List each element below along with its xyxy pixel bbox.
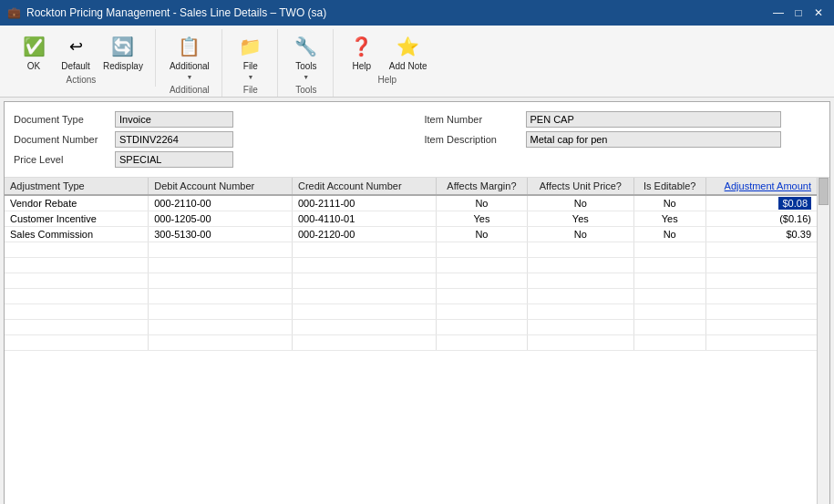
col-header-editable: Is Editable?: [633, 178, 705, 195]
credit-cell: 000-2111-00: [292, 195, 436, 211]
add-note-icon: ⭐: [394, 32, 423, 61]
col-header-adj-type: Adjustment Type: [5, 178, 149, 195]
adj-type-cell: Customer Incentive: [5, 211, 149, 227]
ribbon-group-help: ❓ Help ⭐ Add Note Help: [335, 29, 439, 87]
title-bar-title: Rockton Pricing Management - Sales Line …: [26, 6, 326, 19]
additional-button[interactable]: 📋 Additional▼: [165, 29, 214, 84]
table-row: Vendor Rebate 000-2110-00 000-2111-00 No…: [5, 195, 817, 211]
doc-type-label: Document Type: [14, 114, 109, 125]
affects-margin-cell: Yes: [436, 211, 528, 227]
additional-icon: 📋: [175, 32, 204, 61]
editable-cell: No: [633, 195, 705, 211]
adjustments-table-container: Adjustment Type Debit Account Number Cre…: [5, 178, 829, 504]
adj-type-cell: Sales Commission: [5, 227, 149, 242]
main-content: Document Type Invoice Document Number ST…: [4, 101, 830, 504]
form-section: Document Type Invoice Document Number ST…: [5, 102, 829, 178]
amount-cell: $0.08: [705, 195, 817, 211]
debit-cell: 000-1205-00: [149, 211, 293, 227]
table-row: Customer Incentive 000-1205-00 000-4110-…: [5, 211, 817, 227]
ribbon: ✅ OK ↩ Default 🔄 Redisplay Actions 📋 A: [0, 26, 834, 98]
redisplay-icon: 🔄: [108, 32, 138, 61]
redisplay-button[interactable]: 🔄 Redisplay: [98, 29, 148, 74]
col-header-adj-amount: Adjustment Amount: [705, 178, 817, 195]
table-row-empty: [5, 258, 817, 273]
ribbon-group-file: 📁 File▼ File: [224, 29, 278, 97]
tools-group-label: Tools: [295, 85, 316, 95]
scrollbar-thumb[interactable]: [819, 178, 829, 205]
affects-margin-cell: No: [436, 227, 528, 242]
ribbon-group-actions: ✅ OK ↩ Default 🔄 Redisplay Actions: [7, 29, 156, 87]
doc-number-label: Document Number: [14, 134, 109, 145]
doc-number-value[interactable]: STDINV2264: [115, 131, 233, 148]
table-row: Sales Commission 300-5130-00 000-2120-00…: [5, 227, 817, 242]
affects-unit-cell: No: [528, 195, 633, 211]
help-group-label: Help: [377, 75, 396, 85]
debit-cell: 000-2110-00: [149, 195, 293, 211]
item-number-row: Item Number PEN CAP: [425, 109, 821, 129]
adjustments-table: Adjustment Type Debit Account Number Cre…: [5, 178, 817, 351]
item-desc-row: Item Description Metal cap for pen: [425, 129, 821, 149]
doc-type-value[interactable]: Invoice: [115, 111, 233, 128]
editable-cell: Yes: [633, 211, 705, 227]
ribbon-group-additional: 📋 Additional▼ Additional: [158, 29, 222, 97]
item-number-value[interactable]: PEN CAP: [526, 111, 781, 128]
price-level-row: Price Level SPECIAL: [14, 149, 410, 170]
help-button[interactable]: ❓ Help: [343, 29, 381, 74]
debit-cell: 300-5130-00: [149, 227, 293, 242]
price-level-label: Price Level: [14, 154, 109, 165]
scrollbar-track[interactable]: [817, 178, 829, 504]
title-bar-icon: 💼: [7, 6, 21, 19]
additional-group-label: Additional: [170, 85, 210, 95]
ok-icon: ✅: [19, 32, 48, 61]
adj-type-cell: Vendor Rebate: [5, 195, 149, 211]
ribbon-group-tools: 🔧 Tools▼ Tools: [280, 29, 334, 97]
affects-unit-cell: Yes: [528, 211, 633, 227]
table-row-empty: [5, 273, 817, 289]
price-level-value[interactable]: SPECIAL: [115, 151, 233, 168]
doc-type-row: Document Type Invoice: [14, 109, 410, 129]
ok-button[interactable]: ✅ OK: [15, 29, 53, 74]
default-button[interactable]: ↩ Default: [57, 29, 95, 74]
tools-button[interactable]: 🔧 Tools▼: [287, 29, 325, 84]
file-button[interactable]: 📁 File▼: [232, 29, 270, 84]
title-bar: 💼 Rockton Pricing Management - Sales Lin…: [0, 0, 834, 26]
maximize-button[interactable]: □: [790, 5, 807, 21]
credit-cell: 000-2120-00: [292, 227, 436, 242]
add-note-button[interactable]: ⭐ Add Note: [385, 29, 432, 74]
item-desc-label: Item Description: [425, 134, 520, 145]
doc-number-row: Document Number STDINV2264: [14, 129, 410, 149]
col-header-affects-unit: Affects Unit Price?: [528, 178, 633, 195]
minimize-button[interactable]: —: [770, 5, 787, 21]
amount-cell: $0.39: [705, 227, 817, 242]
file-group-label: File: [243, 85, 258, 95]
item-number-label: Item Number: [425, 114, 520, 125]
table-row-empty: [5, 242, 817, 258]
amount-cell: ($0.16): [705, 211, 817, 227]
table-row-empty: [5, 289, 817, 304]
editable-cell: No: [633, 227, 705, 242]
table-row-empty: [5, 304, 817, 320]
affects-unit-cell: No: [528, 227, 633, 242]
col-header-credit: Credit Account Number: [292, 178, 436, 195]
file-icon: 📁: [236, 32, 265, 61]
default-icon: ↩: [61, 32, 90, 61]
affects-margin-cell: No: [436, 195, 528, 211]
table-row-empty: [5, 320, 817, 335]
credit-cell: 000-4110-01: [292, 211, 436, 227]
item-desc-value[interactable]: Metal cap for pen: [526, 131, 781, 148]
table-row-empty: [5, 335, 817, 351]
tools-icon: 🔧: [292, 32, 321, 61]
col-header-debit: Debit Account Number: [149, 178, 293, 195]
close-button[interactable]: ✕: [810, 5, 827, 21]
actions-group-label: Actions: [67, 75, 97, 85]
col-header-affects-margin: Affects Margin?: [436, 178, 528, 195]
help-icon: ❓: [347, 32, 376, 61]
